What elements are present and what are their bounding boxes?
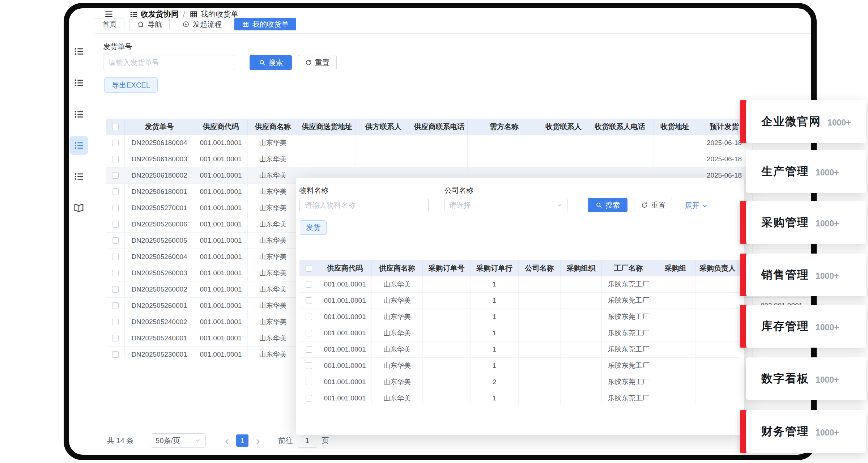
select-all-checkbox[interactable] (112, 124, 119, 130)
row-checkbox[interactable] (306, 330, 312, 336)
table-row[interactable]: 001.001.0001山东华美1乐胶东莞工厂 (299, 309, 740, 325)
promo-card[interactable]: 企业微官网1000+ (740, 100, 866, 143)
current-page[interactable]: 1 (236, 434, 248, 447)
table-cell (423, 341, 471, 357)
table-row[interactable]: 001.001.0001山东华美1乐胶东莞工厂 (299, 358, 740, 374)
checkbox-cell (299, 374, 318, 390)
table-cell: 山东华美 (372, 341, 423, 357)
tab-my-receipts[interactable]: 我的收货单 (234, 18, 296, 30)
material-name-input[interactable] (299, 198, 429, 212)
search-button[interactable]: 搜索 (250, 55, 292, 70)
row-checkbox[interactable] (306, 379, 312, 385)
promo-card[interactable]: 财务管理1000+ (740, 410, 866, 453)
row-checkbox[interactable] (112, 335, 119, 341)
next-page-button[interactable]: › (252, 435, 264, 446)
select-all-checkbox[interactable] (306, 265, 312, 272)
sidebar-item-2[interactable] (69, 73, 88, 92)
table-row[interactable]: DN202506180003001.001.0001山东华美2025-06-18 (106, 151, 811, 167)
table-row[interactable]: 001.001.0001山东华美1乐胶东莞工厂 (299, 293, 740, 309)
reset-button[interactable]: 重置 (298, 55, 337, 70)
table-cell: 001.001.0001 (194, 184, 248, 200)
tab-home[interactable]: 首页 (95, 18, 124, 30)
row-checkbox[interactable] (112, 221, 119, 228)
row-checkbox[interactable] (112, 156, 119, 162)
company-name-label: 公司名称 (444, 186, 473, 195)
breadcrumb-separator: / (183, 10, 185, 18)
row-checkbox[interactable] (306, 297, 312, 304)
row-checkbox[interactable] (306, 281, 312, 288)
prev-page-button[interactable]: ‹ (221, 435, 233, 446)
row-checkbox[interactable] (112, 188, 119, 195)
promo-card[interactable]: 库存管理1000+ (740, 305, 866, 348)
promo-card-body[interactable]: 财务管理1000+ (746, 410, 866, 453)
sidebar-item-5[interactable] (69, 167, 88, 186)
column-header: 采购组 (655, 260, 696, 276)
sidebar-item-1[interactable] (69, 42, 88, 61)
tab-navigation[interactable]: 导航 (129, 18, 170, 30)
ship-button[interactable]: 发货 (300, 220, 327, 235)
table-row[interactable]: 001.001.0001山东华美1乐胶东莞工厂 (299, 276, 740, 293)
column-header: 工厂名称 (602, 260, 655, 276)
grid-icon (242, 21, 249, 28)
row-checkbox[interactable] (112, 205, 119, 211)
delivery-no-input[interactable] (103, 55, 235, 70)
tab-start-process[interactable]: 发起流程 (175, 18, 229, 30)
row-checkbox[interactable] (112, 302, 119, 309)
row-checkbox[interactable] (306, 346, 312, 353)
modal-search-button[interactable]: 搜索 (588, 198, 627, 212)
shipping-dialog: 物料名称 公司名称 请选择 搜索 重置 展开 发货 供应商代码供应商名称采购订单… (296, 178, 744, 435)
goto-label: 前往 (278, 436, 293, 446)
breadcrumb-section[interactable]: 收发货协同 (141, 9, 179, 19)
row-checkbox[interactable] (112, 351, 119, 358)
expand-toggle[interactable]: 展开 (685, 201, 708, 211)
table-cell: 1 (471, 276, 519, 292)
modal-reset-button[interactable]: 重置 (634, 198, 672, 212)
table-row[interactable]: 001.001.0001山东华美1乐胶东莞工厂 (299, 390, 740, 405)
column-header: 公司名称 (519, 260, 561, 276)
sidebar-item-6[interactable] (69, 198, 88, 217)
row-checkbox[interactable] (112, 270, 119, 276)
promo-card-body[interactable]: 企业微官网1000+ (746, 100, 866, 143)
table-cell: 山东华美 (372, 358, 423, 374)
export-excel-button[interactable]: 导出EXCEL (104, 77, 158, 93)
row-checkbox[interactable] (306, 362, 312, 369)
table-row[interactable]: DN202506180004001.001.0001山东华美2025-06-18 (106, 135, 811, 151)
column-header: 供应商名称 (372, 260, 423, 276)
promo-card-body[interactable]: 销售管理1000+ (746, 254, 866, 296)
breadcrumb-page[interactable]: 我的收货单 (201, 9, 239, 19)
row-checkbox[interactable] (306, 395, 312, 402)
promo-card-body[interactable]: 数字看板1000+ (746, 357, 866, 400)
table-cell (654, 151, 696, 167)
table-row[interactable]: 001.001.0001山东华美2乐胶东莞工厂 (299, 374, 740, 390)
promo-card-body[interactable]: 库存管理1000+ (746, 305, 866, 348)
table-cell: 001.001.0001 (194, 151, 248, 167)
row-checkbox[interactable] (112, 237, 119, 244)
row-checkbox[interactable] (112, 319, 119, 325)
table-cell (468, 151, 541, 167)
row-checkbox[interactable] (306, 314, 312, 320)
row-checkbox[interactable] (112, 286, 119, 293)
table-cell (696, 341, 739, 357)
delivery-no-label: 发货单号 (103, 42, 132, 52)
promo-card-body[interactable]: 采购管理1000+ (746, 201, 866, 244)
promo-card[interactable]: 采购管理1000+ (740, 201, 866, 244)
table-cell: 乐胶东莞工厂 (602, 374, 655, 390)
table-row[interactable]: 001.001.0001山东华美1乐胶东莞工厂 (299, 325, 740, 341)
promo-card[interactable]: 销售管理1000+ (740, 254, 866, 296)
goto-page-input[interactable] (297, 433, 317, 448)
row-checkbox[interactable] (112, 254, 119, 260)
checkbox-cell (106, 314, 125, 330)
sidebar-item-4[interactable] (69, 136, 88, 155)
checkbox-cell (106, 347, 125, 358)
row-checkbox[interactable] (112, 172, 119, 179)
sidebar-item-3[interactable] (69, 105, 88, 124)
company-select[interactable]: 请选择 (444, 198, 567, 212)
hamburger-menu-icon[interactable] (104, 9, 114, 19)
table-cell: 001.001.0001 (318, 325, 372, 341)
page-size-select[interactable]: 50条/页 (151, 433, 206, 448)
row-checkbox[interactable] (112, 140, 119, 146)
promo-card[interactable]: 数字看板1000+ (740, 357, 866, 400)
table-row[interactable]: 001.001.0001山东华美1乐胶东莞工厂 (299, 341, 740, 358)
promo-card-body[interactable]: 生产管理1000+ (746, 150, 866, 193)
promo-card[interactable]: 生产管理1000+ (740, 150, 866, 193)
